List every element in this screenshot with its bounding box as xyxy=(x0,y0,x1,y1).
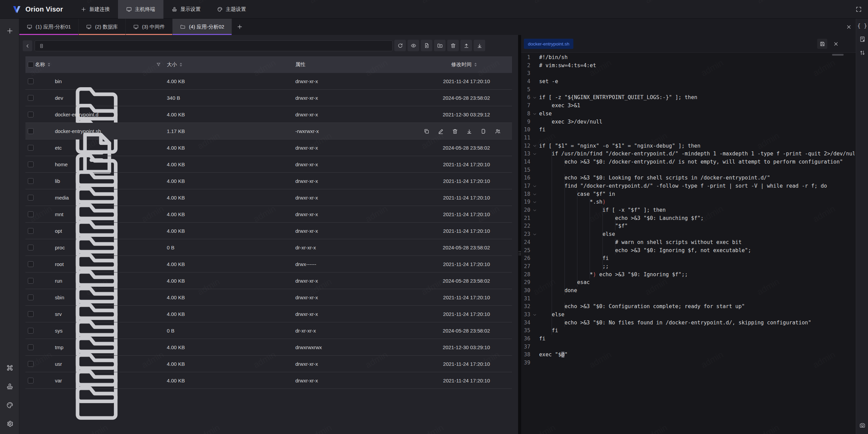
column-header-mtime[interactable]: 修改时间 xyxy=(451,56,477,73)
file-row-dev[interactable]: dev340 Bdrwxr-xr-x2024-05-28 23:58:02 xyxy=(25,90,512,106)
file-name[interactable]: docker-entrypoint.d xyxy=(55,106,98,123)
refresh-button[interactable] xyxy=(394,40,406,51)
column-header-name[interactable]: 名称 xyxy=(35,56,51,73)
file-row-srv[interactable]: srv4.00 KBdrwxr-xr-x2021-11-24 17:20:10 xyxy=(25,306,512,322)
pencil-action-icon[interactable] xyxy=(438,128,444,134)
file-row-sys[interactable]: sys0 Bdr-xr-xr-x2024-05-28 23:58:02 xyxy=(25,322,512,339)
file-name[interactable]: home xyxy=(55,156,68,173)
eye-button[interactable] xyxy=(408,40,419,51)
fold-chevron-icon[interactable] xyxy=(530,94,539,102)
fold-chevron-icon[interactable] xyxy=(530,142,539,150)
nav-item-显示设置[interactable]: 显示设置 xyxy=(163,0,209,19)
column-header-size[interactable]: 大小 xyxy=(167,56,182,73)
terminal-tab-4[interactable]: (4) 应用-分析02 xyxy=(173,19,232,35)
path-input[interactable] xyxy=(35,40,393,51)
file-row-home[interactable]: home4.00 KBdrwxr-xr-x2021-11-24 17:20:10 xyxy=(25,156,512,173)
row-checkbox[interactable] xyxy=(28,344,34,350)
copy-action-icon[interactable] xyxy=(423,128,430,134)
back-button[interactable] xyxy=(23,40,32,51)
row-checkbox[interactable] xyxy=(28,328,34,334)
file-name[interactable]: etc xyxy=(55,139,62,156)
fold-chevron-icon[interactable] xyxy=(530,198,539,206)
download-button[interactable] xyxy=(474,40,485,51)
trash-action-icon[interactable] xyxy=(452,128,458,134)
close-editor-button[interactable] xyxy=(831,39,841,49)
terminal-tab-3[interactable]: (3) 中间件 xyxy=(126,19,173,35)
editor-file-tab[interactable]: docker-entrypoint.sh xyxy=(524,39,573,49)
row-checkbox[interactable] xyxy=(28,112,34,117)
file-name[interactable]: srv xyxy=(55,306,62,322)
file-row-proc[interactable]: proc0 Bdr-xr-xr-x2024-05-28 23:58:02 xyxy=(25,239,512,256)
file-name[interactable]: opt xyxy=(55,223,62,239)
swap-button[interactable] xyxy=(856,46,868,59)
add-tab-button[interactable] xyxy=(232,19,248,35)
row-checkbox[interactable] xyxy=(28,261,34,267)
row-checkbox[interactable] xyxy=(28,145,34,151)
code-editor[interactable]: 1#!/bin/sh2# vim:sw=4:ts=4:et34set -e56i… xyxy=(521,53,854,434)
file-name[interactable]: media xyxy=(55,189,69,206)
file-row-usr[interactable]: usr4.00 KBdrwxr-xr-x2021-11-24 17:20:10 xyxy=(25,356,512,372)
sort-icons[interactable] xyxy=(179,62,182,67)
row-checkbox[interactable] xyxy=(28,162,34,167)
file-row-bin[interactable]: bin4.00 KBdrwxr-xr-x2021-11-24 17:20:10 xyxy=(25,73,512,90)
shortcut-keys-button[interactable] xyxy=(0,360,19,375)
save-button[interactable] xyxy=(817,39,827,49)
nav-item-新建连接[interactable]: 新建连接 xyxy=(73,0,118,19)
close-all-tabs-button[interactable] xyxy=(844,22,853,31)
row-checkbox[interactable] xyxy=(28,78,34,84)
row-checkbox[interactable] xyxy=(28,311,34,317)
file-row-mnt[interactable]: mnt4.00 KBdrwxr-xr-x2021-11-24 17:20:10 xyxy=(25,206,512,223)
name-filter-button[interactable] xyxy=(156,56,161,73)
fold-chevron-icon[interactable] xyxy=(530,190,539,199)
display-settings-button[interactable] xyxy=(0,379,19,394)
row-checkbox[interactable] xyxy=(28,95,34,101)
file-name[interactable]: sys xyxy=(55,322,63,339)
file-row-var[interactable]: var4.00 KBdrwxr-xr-x2021-11-24 17:20:10 xyxy=(25,372,512,389)
row-checkbox[interactable] xyxy=(28,361,34,367)
file-bookmark-button[interactable] xyxy=(856,32,868,46)
download-action-icon[interactable] xyxy=(466,128,472,134)
file-name[interactable]: dev xyxy=(55,90,63,106)
file-name[interactable]: sbin xyxy=(55,289,64,306)
file-row-media[interactable]: media4.00 KBdrwxr-xr-x2021-11-24 17:20:1… xyxy=(25,189,512,206)
row-checkbox[interactable] xyxy=(28,195,34,201)
row-checkbox[interactable] xyxy=(28,378,34,383)
fold-chevron-icon[interactable] xyxy=(530,311,539,319)
upload-button[interactable] xyxy=(460,40,472,51)
users-action-icon[interactable] xyxy=(495,128,501,134)
file-name[interactable]: docker-entrypoint.sh xyxy=(55,123,101,139)
folder-plus-button[interactable] xyxy=(434,40,446,51)
fold-chevron-icon[interactable] xyxy=(530,230,539,239)
nav-item-主机终端[interactable]: 主机终端 xyxy=(118,0,163,19)
file-name[interactable]: bin xyxy=(55,73,62,90)
sort-icons[interactable] xyxy=(47,62,51,67)
doc-move-action-icon[interactable] xyxy=(480,128,487,134)
file-name[interactable]: run xyxy=(55,272,62,289)
fullscreen-button[interactable] xyxy=(854,4,863,14)
column-header-attr[interactable]: 属性 xyxy=(295,56,305,73)
file-name[interactable]: usr xyxy=(55,356,62,372)
file-name[interactable]: mnt xyxy=(55,206,63,223)
row-checkbox[interactable] xyxy=(28,228,34,234)
file-name[interactable]: tmp xyxy=(55,339,63,356)
theme-settings-button[interactable] xyxy=(0,398,19,413)
row-checkbox[interactable] xyxy=(28,128,34,134)
terminal-tab-1[interactable]: (1) 应用-分析01 xyxy=(19,19,79,35)
settings-button[interactable] xyxy=(0,416,19,431)
row-checkbox[interactable] xyxy=(28,278,34,284)
fold-chevron-icon[interactable] xyxy=(530,110,539,118)
trash-button[interactable] xyxy=(447,40,459,51)
file-row-run[interactable]: run4.00 KBdrwxr-xr-x2024-05-28 23:58:02 xyxy=(25,272,512,289)
file-name[interactable]: lib xyxy=(55,173,60,189)
row-checkbox[interactable] xyxy=(28,178,34,184)
nav-item-主题设置[interactable]: 主题设置 xyxy=(209,0,254,19)
sort-icons[interactable] xyxy=(474,62,477,67)
fold-chevron-icon[interactable] xyxy=(530,150,539,158)
file-row-tmp[interactable]: tmp4.00 KBdrwxrwxrwx2021-12-30 03:29:10 xyxy=(25,339,512,356)
fold-chevron-icon[interactable] xyxy=(530,182,539,190)
file-row-sbin[interactable]: sbin4.00 KBdrwxr-xr-x2021-11-24 17:20:10 xyxy=(25,289,512,306)
camera-button[interactable] xyxy=(856,418,868,432)
file-plus-button[interactable] xyxy=(421,40,432,51)
file-row-lib[interactable]: lib4.00 KBdrwxr-xr-x2021-11-24 17:20:10 xyxy=(25,173,512,189)
terminal-tab-2[interactable]: (2) 数据库 xyxy=(79,19,126,35)
